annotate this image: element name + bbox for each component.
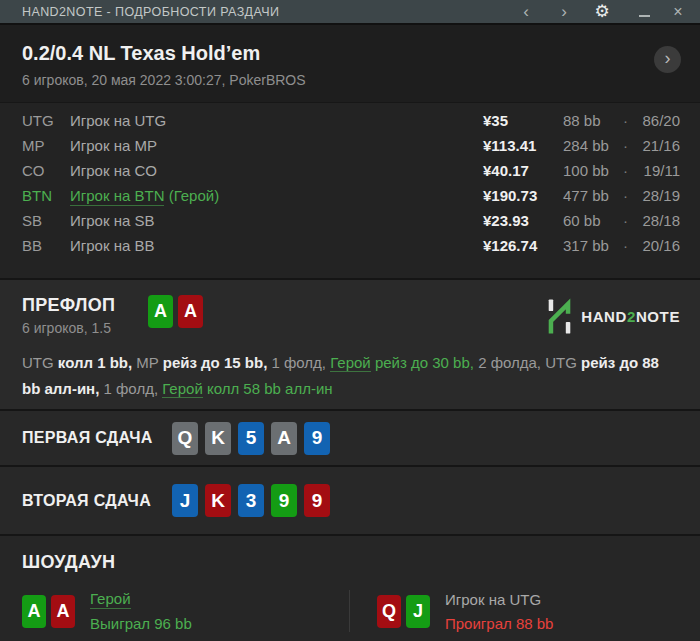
action-segment: рейз до 15 bb, [163,354,272,371]
board-card: K [205,484,231,517]
card-rank: K [211,427,225,449]
hero-action-link[interactable]: Герой [330,354,371,372]
preflop-title: ПРЕФЛОП [22,295,148,316]
card-rank: J [180,490,191,512]
hero-hole-cards: AA [148,295,208,328]
player-name: Игрок на BTN (Герой) [70,187,483,204]
hand-header: 0.2/0.4 NL Texas Hold’em 6 игроков, 20 м… [0,25,700,102]
showdown-row: AAГеройВыиграл 96 bbQJИгрок на UTGПроигр… [22,590,680,632]
next-hand-icon[interactable]: › [552,2,576,22]
player-position: BTN [22,187,70,204]
showdown-cards: QJ [377,595,435,628]
player-name-text: Игрок на SB [70,212,154,229]
showdown-card: Q [377,595,401,628]
card-rank: A [28,601,41,622]
board-card: 9 [304,422,330,455]
player-stack-amount: ¥35 [483,112,563,129]
player-stack-amount: ¥23.93 [483,212,563,229]
player-stats: ·86/20 [623,112,680,129]
board-run-1: ПЕРВАЯ СДАЧА QK5A9 [0,411,700,465]
player-stack-bb: 100 bb [563,162,623,179]
player-stats: ·28/19 [623,187,680,204]
player-name-text: Игрок на CO [70,162,157,179]
player-name: Игрок на MP [70,137,483,154]
stats-value: 19/11 [644,162,680,179]
card-rank: Q [382,601,396,622]
showdown-section: ШОУДАУН AAГеройВыиграл 96 bbQJИгрок на U… [0,536,700,641]
player-row: BTNИгрок на BTN (Герой)¥190.73477 bb·28/… [22,183,680,208]
titlebar: HAND2NOTE - ПОДРОБНОСТИ РАЗДАЧИ ‹ › ⚙ × [0,0,700,23]
player-row: UTGИгрок на UTG¥3588 bb·86/20 [22,108,680,133]
card-rank: Q [178,427,193,449]
player-name: Игрок на CO [70,162,483,179]
card-rank: 3 [246,490,257,512]
player-stats: ·19/11 [623,162,680,179]
close-icon[interactable]: × [666,2,690,22]
hand2note-logo: HAND2NOTE [546,298,680,335]
stats-value: 20/16 [642,237,680,254]
gear-icon[interactable]: ⚙ [590,2,614,22]
stats-dot: · [623,212,628,229]
logo-part2: 2 [627,308,636,325]
stats-dot: · [623,237,628,254]
board-card: Q [172,422,198,455]
window-title: HAND2NOTE - ПОДРОБНОСТИ РАЗДАЧИ [22,5,279,19]
showdown-title: ШОУДАУН [22,552,680,573]
player-stats: ·20/16 [623,237,680,254]
card-rank: 9 [312,490,323,512]
card-rank: 5 [246,427,257,449]
player-stack-amount: ¥190.73 [483,187,563,204]
player-name-text: Игрок на UTG [70,112,166,129]
player-position: CO [22,162,70,179]
showdown-player-name-wrap: Герой [90,590,192,609]
card-rank: 9 [279,490,290,512]
hand2note-logo-text: HAND2NOTE [581,308,680,325]
showdown-result: Выиграл 96 bb [90,615,192,632]
hand-title: 0.2/0.4 NL Texas Hold’em [22,42,700,65]
showdown-card: J [406,595,430,628]
preflop-header: ПРЕФЛОП 6 игроков, 1.5 AA HAND2NOTE [22,295,680,336]
player-stack-bb: 477 bb [563,187,623,204]
player-row: COИгрок на CO¥40.17100 bb·19/11 [22,158,680,183]
player-position: MP [22,137,70,154]
hand-subtitle: 6 игроков, 20 мая 2022 3:00:27, PokerBRO… [22,72,700,88]
player-position: SB [22,212,70,229]
board-run-1-cards: QK5A9 [172,422,337,455]
logo-part1: HAND [581,308,627,325]
action-segment: 1 фолд, [104,380,163,397]
player-stack-amount: ¥40.17 [483,162,563,179]
player-stack-bb: 88 bb [563,112,623,129]
board-run-2-label: ВТОРАЯ СДАЧА [22,492,172,510]
hero-action-link[interactable]: Герой [162,380,203,398]
card-rank: A [277,427,291,449]
player-stack-amount: ¥113.41 [483,137,563,154]
hand-details-window: HAND2NOTE - ПОДРОБНОСТИ РАЗДАЧИ ‹ › ⚙ × … [0,0,700,641]
showdown-player-name: Игрок на UTG [445,591,541,608]
card-rank: A [57,601,70,622]
titlebar-icons: ‹ › ⚙ × [514,2,690,22]
stats-dot: · [623,137,628,154]
next-hand-button[interactable]: › [654,46,681,73]
hero-name-link[interactable]: Герой [90,590,131,609]
hero-card: A [178,295,203,328]
minimize-icon[interactable] [632,4,656,20]
logo-part3: NOTE [636,308,680,325]
action-segment: 1 фолд, [271,354,330,371]
board-run-2-cards: JK399 [172,484,337,517]
stats-value: 28/18 [642,212,680,229]
prev-hand-icon[interactable]: ‹ [514,2,538,22]
player-name: Игрок на SB [70,212,483,229]
preflop-title-block: ПРЕФЛОП 6 игроков, 1.5 [22,295,148,336]
player-name-text: Игрок на BB [70,237,154,254]
stats-value: 86/20 [642,112,680,129]
hero-name-link[interactable]: Игрок на BTN [70,187,164,206]
action-segment: MP [136,354,162,371]
player-position: UTG [22,112,70,129]
board-card: 5 [238,422,264,455]
stats-dot: · [623,162,628,179]
showdown-card: A [51,595,75,628]
stats-value: 28/19 [642,187,680,204]
stats-value: 21/16 [642,137,680,154]
showdown-player-text: Игрок на UTGПроиграл 88 bb [445,591,553,632]
board-card: K [205,422,231,455]
